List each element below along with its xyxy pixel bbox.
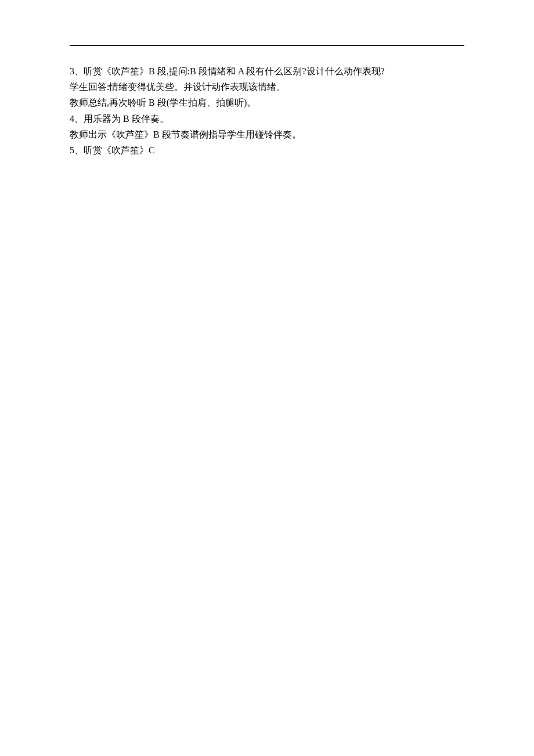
horizontal-rule <box>70 45 464 46</box>
paragraph-line-4: 4、用乐器为 B 段伴奏。 <box>70 111 464 127</box>
paragraph-line-1: 3、听赏《吹芦笙》B 段,提问:B 段情绪和 A 段有什么区别?设计什么动作表现… <box>70 63 464 79</box>
paragraph-line-2: 学生回答:情绪变得优美些。并设计动作表现该情绪。 <box>70 79 464 95</box>
document-page: 3、听赏《吹芦笙》B 段,提问:B 段情绪和 A 段有什么区别?设计什么动作表现… <box>0 0 534 756</box>
paragraph-line-3: 教师总结,再次聆听 B 段(学生拍肩、拍腿听)。 <box>70 95 464 110</box>
paragraph-line-6: 5、听赏《吹芦笙》C <box>70 142 464 158</box>
paragraph-line-5: 教师出示《吹芦笙》B 段节奏谱例指导学生用碰铃伴奏。 <box>70 127 464 142</box>
